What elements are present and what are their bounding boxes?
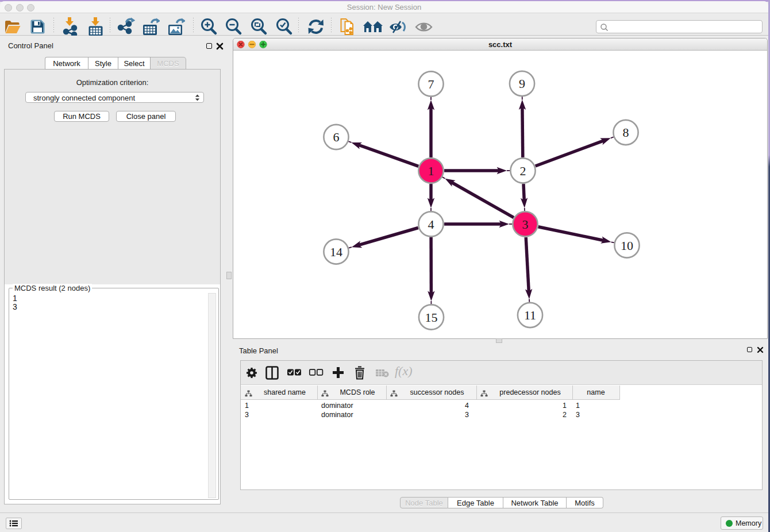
svg-text:7: 7 — [428, 77, 434, 91]
svg-text:15: 15 — [425, 310, 438, 325]
svg-text:9: 9 — [519, 76, 525, 91]
svg-text:3: 3 — [522, 217, 529, 232]
svg-text:14: 14 — [330, 245, 342, 259]
svg-text:1: 1 — [428, 164, 434, 178]
svg-text:11: 11 — [524, 308, 536, 322]
svg-text:2: 2 — [520, 164, 526, 178]
svg-text:6: 6 — [333, 130, 340, 144]
svg-text:4: 4 — [428, 217, 434, 232]
svg-text:8: 8 — [623, 125, 629, 140]
svg-text:10: 10 — [621, 238, 633, 253]
